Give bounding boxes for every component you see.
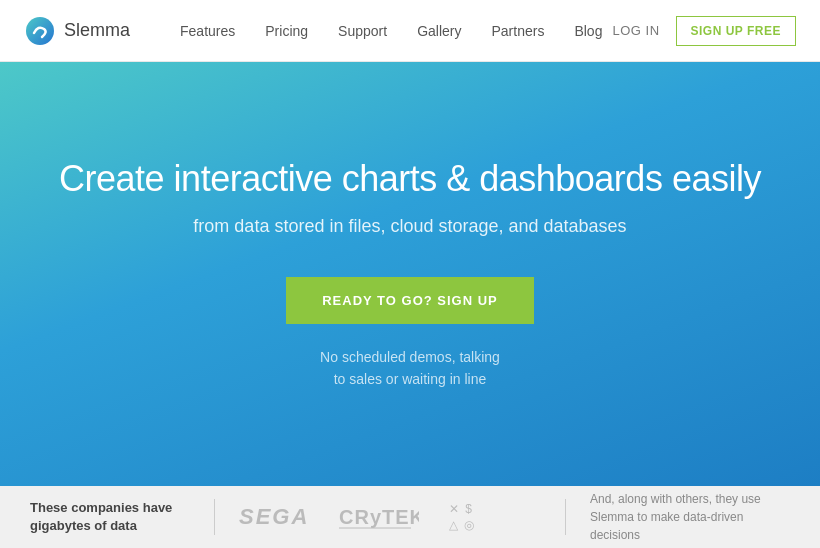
nav-features[interactable]: Features [180,23,235,39]
footer-right-text: And, along with others, they use Slemma … [590,490,790,544]
nav-gallery[interactable]: Gallery [417,23,461,39]
footer-left-text: These companies have gigabytes of data [30,499,190,535]
hero-title: Create interactive charts & dashboards e… [59,158,761,200]
logo-area[interactable]: Slemma [24,15,130,47]
hero-note-line2: to sales or waiting in line [334,371,487,387]
svg-text:CRyTEK: CRyTEK [339,506,419,528]
login-button[interactable]: LOG IN [612,23,659,38]
hero-note-line1: No scheduled demos, talking [320,349,500,365]
symbols-row-top: ✕ $ [449,502,472,516]
sega-logo: SEGA [239,504,309,530]
nav-blog[interactable]: Blog [574,23,602,39]
symbols-logo: ✕ $ △ ◎ [449,502,474,532]
nav-partners[interactable]: Partners [491,23,544,39]
footer-divider-2 [565,499,566,535]
signup-button[interactable]: SIGN UP FREE [676,16,796,46]
footer-strip: These companies have gigabytes of data S… [0,486,820,548]
cta-button[interactable]: READY TO GO? SIGN UP [286,277,534,324]
slemma-logo-icon [24,15,56,47]
header: Slemma Features Pricing Support Gallery … [0,0,820,62]
crytek-svg-logo: CRyTEK [339,502,419,532]
logo-text: Slemma [64,20,130,41]
hero-subtitle: from data stored in files, cloud storage… [193,216,626,237]
footer-divider-1 [214,499,215,535]
hero-note: No scheduled demos, talking to sales or … [320,346,500,391]
symbols-row-bottom: △ ◎ [449,518,474,532]
hero-section: Create interactive charts & dashboards e… [0,62,820,486]
svg-point-0 [26,17,54,45]
footer-logos: SEGA CRyTEK ✕ $ △ ◎ [239,502,541,532]
main-nav: Features Pricing Support Gallery Partner… [170,23,612,39]
nav-support[interactable]: Support [338,23,387,39]
crytek-logo: CRyTEK [339,502,419,532]
header-actions: LOG IN SIGN UP FREE [612,16,796,46]
nav-pricing[interactable]: Pricing [265,23,308,39]
